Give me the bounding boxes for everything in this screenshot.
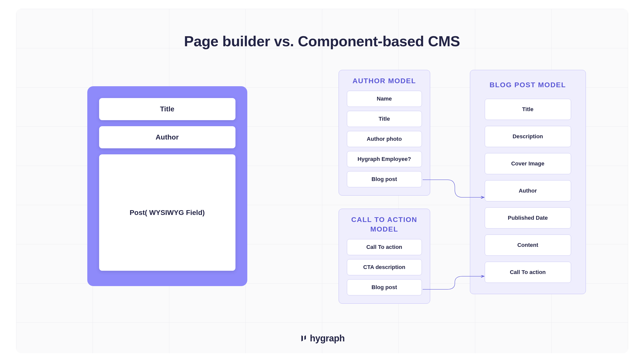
cta-blogpost-field: Blog post <box>347 279 422 295</box>
cta-model-title: CALL TO ACTION MODEL <box>347 215 422 234</box>
author-model-box: AUTHOR MODEL Name Title Author photo Hyg… <box>339 70 430 196</box>
author-photo-field: Author photo <box>347 131 422 147</box>
author-blogpost-field: Blog post <box>347 171 422 187</box>
author-employee-field: Hygraph Employee? <box>347 151 422 167</box>
diagram-title: Page builder vs. Component-based CMS <box>16 33 628 50</box>
cta-cta-field: Call To action <box>347 239 422 255</box>
pb-author-field: Author <box>99 126 235 148</box>
cta-description-field: CTA description <box>347 259 422 275</box>
pb-title-field: Title <box>99 98 235 120</box>
blog-model-title: BLOG POST MODEL <box>485 80 571 90</box>
blog-model-box: BLOG POST MODEL Title Description Cover … <box>470 70 586 294</box>
blog-content-field: Content <box>485 235 571 256</box>
blog-title-field: Title <box>485 99 571 120</box>
hygraph-icon <box>299 334 307 342</box>
blog-cover-field: Cover Image <box>485 153 571 174</box>
page-builder-box: Title Author Post( WYSIWYG Field) <box>87 86 247 286</box>
brand-logo: hygraph <box>16 333 628 344</box>
blog-cta-field: Call To action <box>485 262 571 283</box>
author-title-field: Title <box>347 111 422 127</box>
blog-description-field: Description <box>485 126 571 147</box>
blog-author-field: Author <box>485 180 571 201</box>
brand-text: hygraph <box>310 333 345 344</box>
blog-published-field: Published Date <box>485 207 571 229</box>
author-name-field: Name <box>347 91 422 107</box>
author-model-title: AUTHOR MODEL <box>347 76 422 86</box>
cta-model-box: CALL TO ACTION MODEL Call To action CTA … <box>339 209 430 304</box>
pb-post-field: Post( WYSIWYG Field) <box>99 154 235 271</box>
